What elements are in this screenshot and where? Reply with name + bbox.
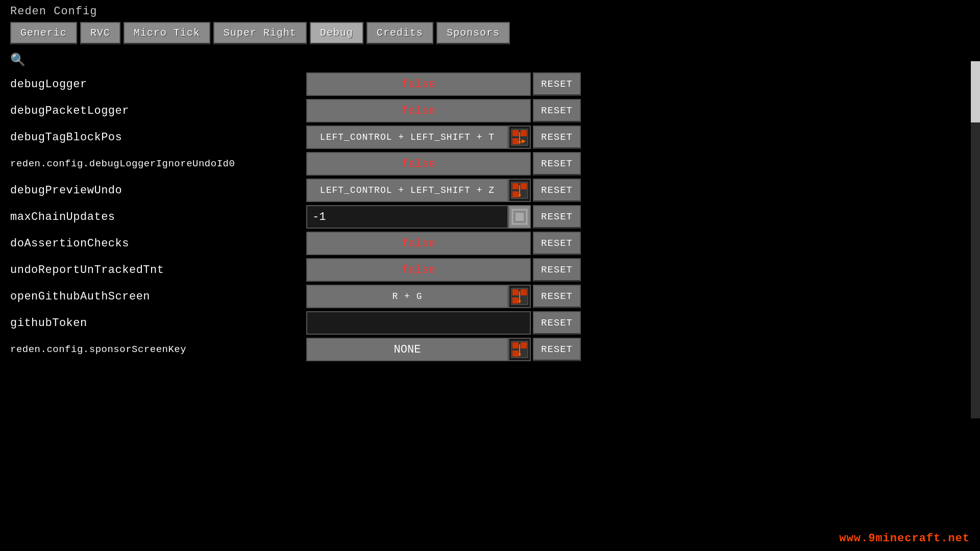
search-icon[interactable]: 🔍	[10, 53, 26, 67]
table-row: doAssertionChecks false RESET	[10, 232, 970, 255]
config-label-debugLogger: debugLogger	[10, 78, 306, 91]
svg-rect-21	[521, 297, 527, 304]
svg-rect-25	[512, 342, 519, 348]
watermark: www.9minecraft.net	[839, 532, 970, 545]
svg-rect-1	[512, 130, 519, 136]
svg-rect-26	[521, 342, 527, 348]
svg-rect-3	[512, 138, 519, 144]
config-label-doAssertionChecks: doAssertionChecks	[10, 237, 306, 250]
svg-rect-11	[512, 191, 519, 197]
config-value-debugTagBlockPos[interactable]: LEFT_CONTROL + LEFT_SHIFT + T	[306, 126, 508, 149]
config-value-debugPreviewUndo[interactable]: LEFT_CONTROL + LEFT_SHIFT + Z	[306, 179, 508, 202]
keybind-icon-debugTagBlockPos[interactable]	[508, 126, 531, 149]
reset-button-openGithubAuthScreen[interactable]: RESET	[533, 285, 581, 308]
table-row: debugTagBlockPos LEFT_CONTROL + LEFT_SHI…	[10, 126, 970, 149]
reset-button-debugTagBlockPos[interactable]: RESET	[533, 126, 581, 149]
config-label-debugPreviewUndo: debugPreviewUndo	[10, 184, 306, 197]
keybind-icon-debugPreviewUndo[interactable]	[508, 179, 531, 202]
reset-button-maxChainUpdates[interactable]: RESET	[533, 205, 581, 229]
reset-button-undoReportUnTrackedTnt[interactable]: RESET	[533, 258, 581, 282]
table-row: openGithubAuthScreen R + G RESET	[10, 285, 970, 308]
table-row: githubToken RESET	[10, 311, 970, 335]
config-value-debugLogger[interactable]: false	[306, 72, 531, 96]
reset-button-debugLogger[interactable]: RESET	[533, 72, 581, 96]
scrollbar[interactable]	[971, 61, 980, 418]
keybind-icon-sponsorScreenKey[interactable]	[508, 338, 531, 361]
config-label-openGithubAuthScreen: openGithubAuthScreen	[10, 290, 306, 303]
reset-button-debugPreviewUndo[interactable]: RESET	[533, 179, 581, 202]
tab-super-right[interactable]: Super Right	[213, 22, 307, 44]
config-value-debugLoggerIgnoreUndoId0[interactable]: false	[306, 152, 531, 176]
config-content: debugLogger false RESET debugPacketLogge…	[0, 72, 980, 542]
reset-button-githubToken[interactable]: RESET	[533, 311, 581, 335]
reset-button-sponsorScreenKey[interactable]: RESET	[533, 338, 581, 361]
table-row: reden.config.sponsorScreenKey NONE RESET	[10, 338, 970, 361]
config-label-undoReportUnTrackedTnt: undoReportUnTrackedTnt	[10, 264, 306, 277]
svg-rect-16	[516, 213, 524, 221]
config-value-undoReportUnTrackedTnt[interactable]: false	[306, 258, 531, 282]
svg-rect-2	[521, 130, 527, 136]
config-label-maxChainUpdates: maxChainUpdates	[10, 211, 306, 223]
tab-sponsors[interactable]: Sponsors	[436, 22, 510, 44]
svg-rect-10	[521, 183, 527, 189]
svg-rect-19	[521, 289, 527, 295]
table-row: debugPacketLogger false RESET	[10, 99, 970, 122]
reset-button-doAssertionChecks[interactable]: RESET	[533, 232, 581, 255]
tab-debug[interactable]: Debug	[310, 22, 363, 44]
svg-rect-12	[521, 191, 527, 197]
config-label-sponsorScreenKey: reden.config.sponsorScreenKey	[10, 344, 306, 355]
tab-generic[interactable]: Generic	[10, 22, 77, 44]
scrollbar-thumb[interactable]	[971, 61, 980, 122]
reset-button-debugLoggerIgnoreUndoId0[interactable]: RESET	[533, 152, 581, 176]
reset-button-debugPacketLogger[interactable]: RESET	[533, 99, 581, 122]
svg-rect-20	[512, 297, 519, 304]
app-title: Reden Config	[0, 0, 980, 22]
svg-rect-27	[512, 350, 519, 357]
svg-rect-18	[512, 289, 519, 295]
config-label-githubToken: githubToken	[10, 317, 306, 330]
tab-micro-tick[interactable]: Micro Tick	[124, 22, 210, 44]
config-value-doAssertionChecks[interactable]: false	[306, 232, 531, 255]
config-value-maxChainUpdates[interactable]: -1	[306, 205, 508, 229]
table-row: reden.config.debugLoggerIgnoreUndoId0 fa…	[10, 152, 970, 176]
table-row: maxChainUpdates -1 RESET	[10, 205, 970, 229]
config-label-debugTagBlockPos: debugTagBlockPos	[10, 131, 306, 144]
svg-rect-9	[512, 183, 519, 189]
search-bar: 🔍	[0, 49, 980, 72]
keybind-icon-openGithubAuthScreen[interactable]	[508, 285, 531, 308]
config-label-debugPacketLogger: debugPacketLogger	[10, 105, 306, 117]
tab-bar: Generic RVC Micro Tick Super Right Debug…	[0, 22, 980, 49]
config-value-githubToken[interactable]	[306, 311, 531, 335]
config-value-openGithubAuthScreen[interactable]: R + G	[306, 285, 508, 308]
table-row: debugLogger false RESET	[10, 72, 970, 96]
table-row: debugPreviewUndo LEFT_CONTROL + LEFT_SHI…	[10, 179, 970, 202]
config-value-sponsorScreenKey[interactable]: NONE	[306, 338, 508, 361]
tab-rvc[interactable]: RVC	[80, 22, 120, 44]
keybind-icon-maxChainUpdates[interactable]	[508, 205, 531, 229]
table-row: undoReportUnTrackedTnt false RESET	[10, 258, 970, 282]
tab-credits[interactable]: Credits	[366, 22, 433, 44]
config-value-debugPacketLogger[interactable]: false	[306, 99, 531, 122]
svg-rect-28	[521, 350, 527, 357]
config-label-debugLoggerIgnoreUndoId0: reden.config.debugLoggerIgnoreUndoId0	[10, 158, 306, 169]
